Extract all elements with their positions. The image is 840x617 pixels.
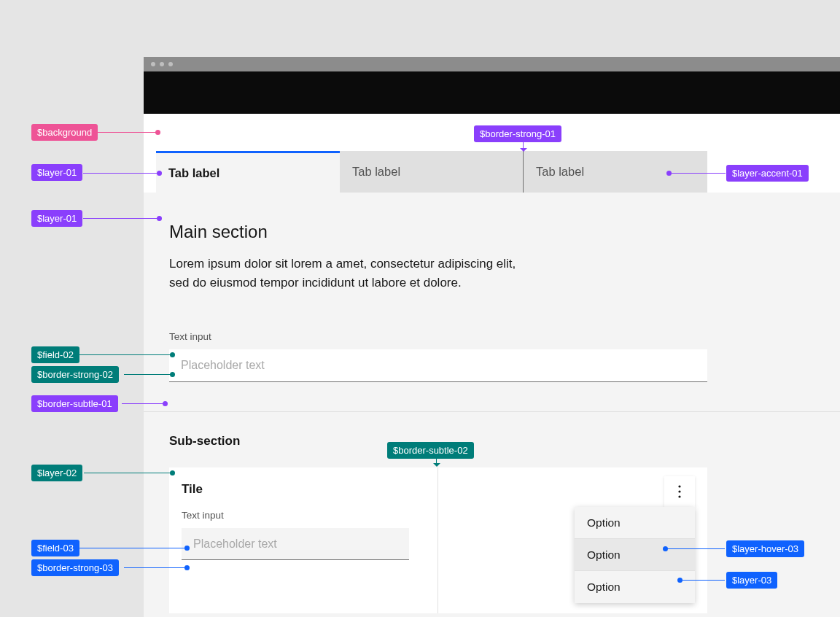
tab-3[interactable]: Tab label xyxy=(524,151,707,193)
lead-line xyxy=(669,173,726,174)
text-input-label: Text input xyxy=(169,331,828,342)
lead-line xyxy=(96,132,158,133)
menu-item-2[interactable]: Option xyxy=(575,539,695,571)
menu-item-3[interactable]: Option xyxy=(575,571,695,603)
token-border-strong-03: $border-strong-03 xyxy=(31,559,119,576)
lead-line xyxy=(680,580,725,581)
text-input[interactable] xyxy=(169,349,707,382)
lead-line xyxy=(83,173,160,174)
token-border-strong-02: $border-strong-02 xyxy=(31,366,119,383)
tile-text-input[interactable] xyxy=(182,528,409,560)
token-border-subtle-01: $border-subtle-01 xyxy=(31,395,118,412)
tab-label: Tab label xyxy=(352,165,400,179)
tab-2[interactable]: Tab label xyxy=(340,151,524,193)
tile-right: Option Option Option xyxy=(438,467,707,613)
lead-pointer xyxy=(523,141,524,149)
lead-line xyxy=(665,548,725,549)
overflow-icon xyxy=(678,485,681,498)
section-heading: Main section xyxy=(169,222,828,242)
svg-point-2 xyxy=(678,495,680,497)
lead-line xyxy=(124,567,187,568)
traffic-light-icon xyxy=(168,62,173,66)
token-layer-accent-01: $layer-accent-01 xyxy=(726,165,809,182)
lead-pointer xyxy=(436,458,437,464)
token-border-subtle-02: $border-subtle-02 xyxy=(387,442,474,459)
token-background: $background xyxy=(31,124,98,141)
app-header xyxy=(144,71,840,114)
tile-input-label: Text input xyxy=(182,510,425,521)
lead-line xyxy=(122,403,166,404)
token-layer-03: $layer-03 xyxy=(726,572,777,589)
token-field-02: $field-02 xyxy=(31,346,79,363)
svg-point-0 xyxy=(678,485,680,487)
tab-label: Tab label xyxy=(536,165,584,179)
token-layer-01-panel: $layer-01 xyxy=(31,210,82,227)
lead-line xyxy=(124,374,173,375)
tile-title: Tile xyxy=(182,482,425,497)
subsection-heading: Sub-section xyxy=(169,434,828,449)
menu-item-label: Option xyxy=(587,581,621,594)
menu-item-label: Option xyxy=(587,548,621,562)
token-layer-hover-03: $layer-hover-03 xyxy=(726,540,804,557)
tab-1[interactable]: Tab label xyxy=(156,151,340,193)
section-body: Lorem ipsum dolor sit lorem a amet, cons… xyxy=(169,255,535,292)
lead-line xyxy=(79,548,187,548)
lead-line xyxy=(79,354,173,355)
menu-item-1[interactable]: Option xyxy=(575,507,695,539)
token-field-03: $field-03 xyxy=(31,540,79,556)
overflow-menu-button[interactable] xyxy=(664,476,695,507)
tile-left: Tile Text input xyxy=(169,467,438,613)
token-border-strong-01: $border-strong-01 xyxy=(474,125,561,142)
svg-point-1 xyxy=(678,490,680,492)
tab-label: Tab label xyxy=(168,166,219,180)
traffic-light-icon xyxy=(160,62,164,66)
token-layer-01-tab: $layer-01 xyxy=(31,164,82,181)
overflow-menu: Option Option Option xyxy=(575,507,695,603)
token-layer-02: $layer-02 xyxy=(31,465,82,481)
lead-line xyxy=(83,218,160,219)
section-divider xyxy=(144,411,840,412)
window-titlebar xyxy=(144,57,840,71)
traffic-light-icon xyxy=(151,62,155,66)
menu-item-label: Option xyxy=(587,516,621,529)
lead-line xyxy=(84,473,173,473)
